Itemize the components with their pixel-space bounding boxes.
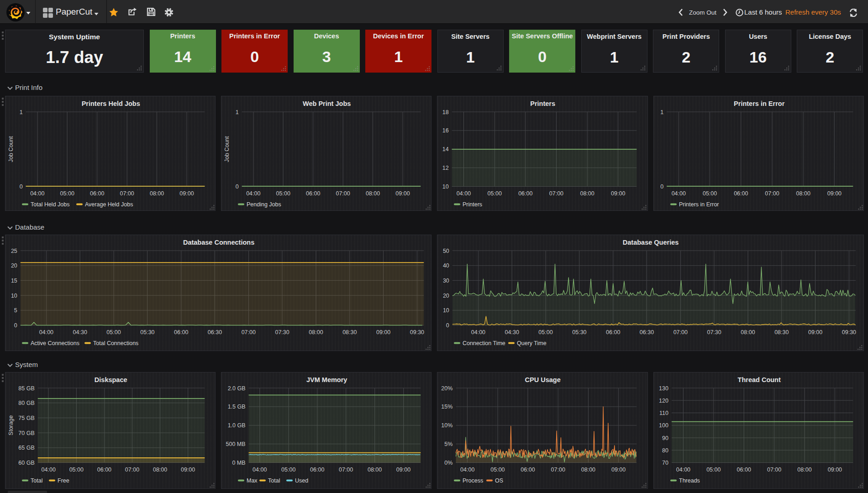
svg-text:25: 25 [11, 248, 17, 254]
svg-text:0%: 0% [445, 460, 453, 466]
svg-text:04:00: 04:00 [246, 190, 260, 197]
svg-text:130: 130 [659, 385, 668, 391]
svg-text:50: 50 [443, 248, 449, 254]
svg-text:04:00: 04:00 [460, 466, 474, 472]
svg-text:Query Time: Query Time [517, 340, 547, 346]
svg-text:80: 80 [662, 447, 668, 453]
svg-text:07:00: 07:00 [673, 329, 688, 336]
svg-text:1: 1 [20, 109, 23, 115]
svg-text:20%: 20% [442, 385, 453, 391]
svg-text:Total: Total [268, 477, 280, 484]
svg-text:Active Connections: Active Connections [31, 340, 79, 346]
svg-text:07:00: 07:00 [765, 190, 779, 197]
svg-text:15%: 15% [442, 404, 453, 410]
svg-text:0: 0 [20, 184, 23, 190]
svg-text:04:00: 04:00 [253, 466, 267, 472]
svg-text:Diskspace: Diskspace [95, 376, 127, 383]
svg-text:05:00: 05:00 [703, 190, 717, 197]
svg-text:07:00: 07:00 [336, 190, 350, 197]
svg-text:06:30: 06:30 [208, 329, 222, 336]
svg-text:05:00: 05:00 [276, 190, 290, 197]
svg-text:06:00: 06:00 [306, 190, 320, 197]
svg-text:10%: 10% [442, 422, 453, 429]
svg-text:12: 12 [442, 165, 449, 171]
svg-text:04:00: 04:00 [30, 190, 44, 197]
svg-text:05:30: 05:30 [140, 329, 154, 336]
svg-text:06:00: 06:00 [310, 466, 324, 472]
svg-text:08:00: 08:00 [150, 190, 164, 197]
svg-text:0 MB: 0 MB [232, 460, 246, 466]
svg-text:06:00: 06:00 [521, 466, 535, 472]
svg-text:Printers in Error: Printers in Error [734, 100, 785, 107]
svg-text:07:00: 07:00 [120, 190, 134, 197]
svg-text:Free: Free [58, 477, 69, 484]
svg-text:09:30: 09:30 [410, 329, 424, 336]
svg-text:08:00: 08:00 [153, 466, 167, 472]
svg-text:1.5 GB: 1.5 GB [228, 404, 246, 410]
svg-text:09:30: 09:30 [842, 329, 856, 336]
svg-text:Total Connections: Total Connections [93, 340, 138, 346]
svg-text:Average Held Jobs: Average Held Jobs [85, 201, 133, 208]
svg-text:09:00: 09:00 [808, 329, 822, 336]
svg-text:09:00: 09:00 [827, 466, 842, 472]
svg-text:20: 20 [11, 262, 17, 269]
svg-text:06:00: 06:00 [606, 329, 620, 336]
svg-text:1: 1 [660, 109, 663, 115]
svg-text:05:00: 05:00 [281, 466, 295, 472]
svg-text:Total Held Jobs: Total Held Jobs [31, 201, 69, 208]
svg-text:04:30: 04:30 [73, 329, 87, 336]
svg-text:04:00: 04:00 [42, 466, 56, 472]
svg-text:07:00: 07:00 [551, 466, 565, 472]
svg-text:04:00: 04:00 [457, 190, 471, 197]
svg-text:09:00: 09:00 [611, 466, 626, 472]
svg-text:06:00: 06:00 [90, 190, 104, 197]
svg-text:JVM Memory: JVM Memory [306, 376, 347, 383]
svg-text:10: 10 [442, 184, 449, 190]
svg-text:06:30: 06:30 [640, 329, 654, 336]
svg-text:Printers: Printers [463, 201, 482, 208]
svg-text:05:00: 05:00 [539, 329, 553, 336]
svg-text:08:00: 08:00 [366, 190, 380, 197]
svg-text:5%: 5% [445, 441, 453, 447]
svg-text:40: 40 [443, 262, 449, 269]
svg-text:Printers: Printers [531, 100, 556, 107]
svg-text:07:00: 07:00 [242, 329, 256, 336]
svg-text:04:00: 04:00 [671, 190, 685, 197]
svg-text:07:00: 07:00 [125, 466, 139, 472]
svg-text:08:00: 08:00 [580, 190, 594, 197]
svg-text:07:30: 07:30 [275, 329, 289, 336]
svg-text:04:30: 04:30 [505, 329, 519, 336]
svg-text:110: 110 [659, 410, 668, 416]
svg-text:Process: Process [463, 477, 483, 484]
svg-text:Database Queries: Database Queries [623, 239, 679, 246]
svg-text:85 GB: 85 GB [18, 385, 34, 391]
svg-text:65 GB: 65 GB [18, 445, 34, 451]
svg-text:05:00: 05:00 [488, 190, 502, 197]
svg-text:09:00: 09:00 [376, 329, 390, 336]
svg-text:14: 14 [442, 146, 449, 152]
svg-text:Printers in Error: Printers in Error [679, 201, 719, 208]
svg-text:2.0 GB: 2.0 GB [228, 385, 246, 391]
svg-text:60 GB: 60 GB [18, 460, 34, 466]
svg-text:06:00: 06:00 [519, 190, 533, 197]
svg-text:09:00: 09:00 [396, 466, 410, 472]
svg-text:08:00: 08:00 [797, 466, 811, 472]
svg-text:05:00: 05:00 [491, 466, 505, 472]
svg-text:30: 30 [443, 278, 449, 284]
svg-text:20: 20 [443, 293, 449, 299]
svg-text:05:00: 05:00 [60, 190, 74, 197]
svg-text:0: 0 [236, 184, 239, 190]
svg-text:1.0 GB: 1.0 GB [228, 422, 246, 429]
svg-text:Connection Time: Connection Time [463, 340, 505, 346]
svg-text:500 MB: 500 MB [226, 441, 246, 447]
svg-text:08:00: 08:00 [741, 329, 755, 336]
svg-text:05:00: 05:00 [69, 466, 84, 472]
svg-text:Max: Max [247, 477, 258, 484]
svg-text:05:00: 05:00 [106, 329, 121, 336]
svg-text:07:30: 07:30 [707, 329, 721, 336]
svg-text:09:00: 09:00 [396, 190, 410, 197]
svg-text:0: 0 [660, 184, 663, 190]
svg-text:90: 90 [662, 435, 668, 441]
svg-text:75 GB: 75 GB [18, 414, 34, 421]
svg-text:08:00: 08:00 [581, 466, 595, 472]
